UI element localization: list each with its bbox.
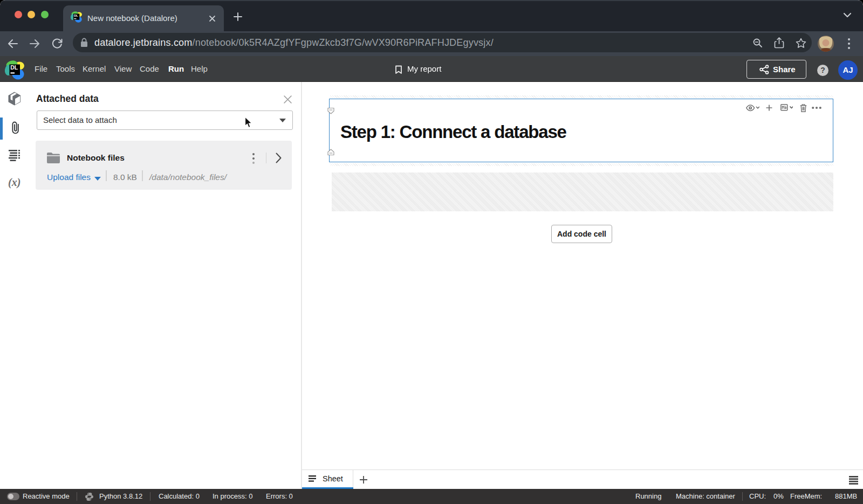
svg-text:DL: DL <box>74 13 78 17</box>
svg-text:DL: DL <box>10 64 18 71</box>
